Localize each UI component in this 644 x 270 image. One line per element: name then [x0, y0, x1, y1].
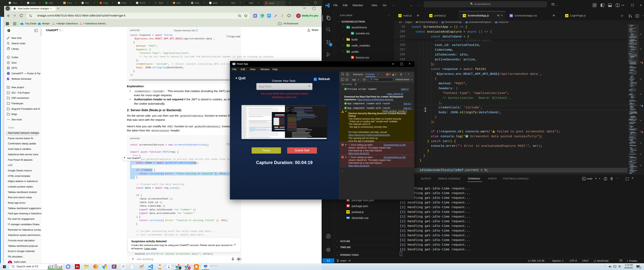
- svg-text:C: C: [8, 72, 9, 74]
- svg-text:TASK: TASK: [204, 266, 206, 267]
- svg-text:TaskPro: TaskPro: [204, 268, 207, 269]
